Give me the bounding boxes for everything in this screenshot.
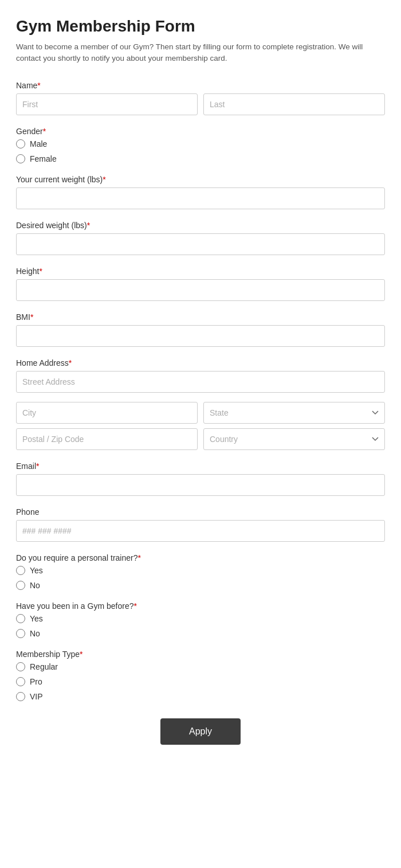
email-label: Email* <box>16 462 385 471</box>
height-label: Height* <box>16 267 385 276</box>
gender-male-option[interactable]: Male <box>16 139 385 148</box>
name-row <box>16 93 385 115</box>
trainer-radio-group: Yes No <box>16 566 385 590</box>
trainer-yes-option[interactable]: Yes <box>16 566 385 575</box>
membership-pro-radio[interactable] <box>16 677 25 686</box>
membership-pro-label: Pro <box>30 677 42 686</box>
weight-label: Your current weight (lbs)* <box>16 175 385 184</box>
trainer-yes-label: Yes <box>30 566 43 575</box>
city-input[interactable] <box>16 402 198 424</box>
name-label: Name* <box>16 81 385 90</box>
gym-before-no-label: No <box>30 629 40 638</box>
first-name-input[interactable] <box>16 93 198 115</box>
state-select[interactable]: State <box>203 402 385 424</box>
membership-vip-option[interactable]: VIP <box>16 692 385 701</box>
membership-regular-radio[interactable] <box>16 662 25 671</box>
page-title: Gym Membership Form <box>16 17 385 36</box>
membership-regular-label: Regular <box>30 662 58 671</box>
gender-female-label: Female <box>30 154 57 163</box>
trainer-field-group: Do you require a personal trainer?* Yes … <box>16 553 385 590</box>
gym-before-no-radio[interactable] <box>16 629 25 638</box>
desired-weight-field-group: Desired weight (lbs)* <box>16 221 385 255</box>
membership-radio-group: Regular Pro VIP <box>16 662 385 701</box>
gym-before-no-option[interactable]: No <box>16 629 385 638</box>
membership-regular-option[interactable]: Regular <box>16 662 385 671</box>
email-input[interactable] <box>16 474 385 496</box>
phone-input[interactable] <box>16 520 385 542</box>
name-field-group: Name* <box>16 81 385 115</box>
membership-label: Membership Type* <box>16 650 385 659</box>
trainer-yes-radio[interactable] <box>16 566 25 575</box>
city-state-row: State <box>16 402 385 424</box>
home-address-label: Home Address* <box>16 358 385 367</box>
gym-before-field-group: Have you been in a Gym before?* Yes No <box>16 601 385 638</box>
membership-vip-label: VIP <box>30 692 43 701</box>
bmi-label: BMI* <box>16 312 385 322</box>
gender-female-option[interactable]: Female <box>16 154 385 163</box>
phone-label: Phone <box>16 507 385 517</box>
email-field-group: Email* <box>16 462 385 496</box>
bmi-field-group: BMI* <box>16 312 385 347</box>
membership-pro-option[interactable]: Pro <box>16 677 385 686</box>
gym-before-yes-radio[interactable] <box>16 614 25 623</box>
weight-field-group: Your current weight (lbs)* <box>16 175 385 209</box>
height-input[interactable] <box>16 279 385 301</box>
trainer-no-radio[interactable] <box>16 581 25 590</box>
membership-field-group: Membership Type* Regular Pro VIP <box>16 650 385 701</box>
gender-male-label: Male <box>30 139 47 148</box>
gender-label: Gender* <box>16 127 385 136</box>
last-name-input[interactable] <box>203 93 385 115</box>
gym-before-yes-option[interactable]: Yes <box>16 614 385 623</box>
gender-radio-group: Male Female <box>16 139 385 163</box>
gym-before-radio-group: Yes No <box>16 614 385 638</box>
gender-male-radio[interactable] <box>16 139 25 148</box>
street-address-input[interactable] <box>16 371 385 393</box>
height-field-group: Height* <box>16 267 385 301</box>
trainer-label: Do you require a personal trainer?* <box>16 553 385 562</box>
weight-input[interactable] <box>16 187 385 209</box>
desired-weight-label: Desired weight (lbs)* <box>16 221 385 230</box>
page-subtitle: Want to become a member of our Gym? Then… <box>16 41 385 65</box>
gender-field-group: Gender* Male Female <box>16 127 385 163</box>
gym-before-yes-label: Yes <box>30 614 43 623</box>
bmi-input[interactable] <box>16 325 385 347</box>
phone-field-group: Phone <box>16 507 385 542</box>
trainer-no-label: No <box>30 581 40 590</box>
postal-country-row: Country <box>16 428 385 450</box>
trainer-no-option[interactable]: No <box>16 581 385 590</box>
membership-vip-radio[interactable] <box>16 692 25 701</box>
country-select[interactable]: Country <box>203 428 385 450</box>
gender-female-radio[interactable] <box>16 154 25 163</box>
apply-button[interactable]: Apply <box>160 718 241 745</box>
home-address-field-group: Home Address* State Country <box>16 358 385 450</box>
gym-before-label: Have you been in a Gym before?* <box>16 601 385 611</box>
postal-input[interactable] <box>16 428 198 450</box>
desired-weight-input[interactable] <box>16 233 385 255</box>
